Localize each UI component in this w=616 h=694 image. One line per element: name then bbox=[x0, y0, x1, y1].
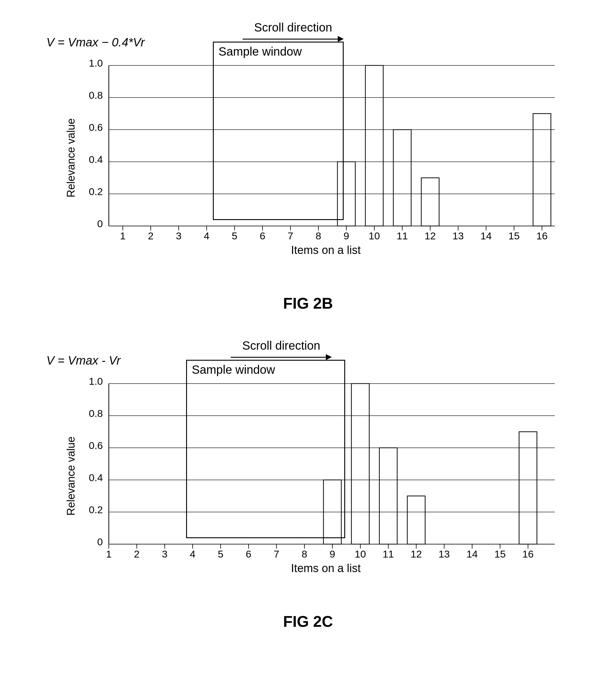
svg-text:16: 16 bbox=[536, 230, 548, 241]
svg-rect-46 bbox=[366, 66, 383, 226]
scroll-label-2c: Scroll direction bbox=[242, 339, 320, 352]
svg-text:8: 8 bbox=[316, 230, 321, 241]
svg-rect-47 bbox=[393, 130, 411, 226]
scroll-direction-2b: Scroll direction bbox=[243, 21, 344, 42]
svg-text:10: 10 bbox=[355, 548, 366, 560]
svg-text:13: 13 bbox=[438, 548, 450, 560]
svg-text:12: 12 bbox=[411, 548, 422, 560]
figure-2b: V = Vmax − 0.4*Vr Relevance value Scroll… bbox=[18, 12, 598, 312]
y-axis-label-2c: Relevance value bbox=[65, 437, 77, 516]
svg-text:15: 15 bbox=[508, 230, 520, 241]
scroll-direction-2c: Scroll direction bbox=[231, 339, 332, 360]
svg-text:11: 11 bbox=[382, 548, 394, 560]
scroll-arrow-2c bbox=[231, 354, 332, 360]
svg-text:4: 4 bbox=[190, 548, 195, 560]
svg-text:6: 6 bbox=[260, 230, 265, 241]
svg-rect-99 bbox=[519, 432, 537, 544]
svg-text:15: 15 bbox=[494, 548, 506, 560]
svg-text:1: 1 bbox=[120, 230, 126, 241]
svg-text:13: 13 bbox=[452, 230, 464, 241]
scroll-label-2b: Scroll direction bbox=[254, 21, 332, 34]
svg-text:0.4: 0.4 bbox=[89, 472, 103, 483]
svg-text:11: 11 bbox=[397, 230, 408, 241]
svg-text:7: 7 bbox=[288, 230, 294, 241]
y-axis-label-2b: Relevance value bbox=[65, 118, 77, 197]
svg-text:12: 12 bbox=[425, 230, 436, 241]
figure-label-2c: FIG 2C bbox=[283, 613, 333, 631]
svg-text:0.6: 0.6 bbox=[89, 122, 103, 133]
svg-text:6: 6 bbox=[246, 548, 251, 560]
svg-text:1.0: 1.0 bbox=[89, 376, 103, 387]
svg-text:4: 4 bbox=[204, 230, 210, 241]
svg-text:8: 8 bbox=[302, 548, 307, 560]
figure-2c: V = Vmax - Vr Relevance value Scroll dir… bbox=[18, 330, 598, 631]
chart-area-2c: V = Vmax - Vr Relevance value Scroll dir… bbox=[40, 336, 576, 604]
svg-rect-48 bbox=[421, 178, 439, 226]
svg-text:2: 2 bbox=[134, 548, 140, 560]
svg-text:3: 3 bbox=[162, 548, 168, 560]
svg-text:5: 5 bbox=[218, 548, 224, 560]
svg-text:16: 16 bbox=[522, 548, 534, 560]
svg-text:14: 14 bbox=[466, 548, 478, 560]
chart-svg-2c: 0 0.2 0.4 0.6 0.8 1.0 1 2 3 4 5 6 7 8 9 … bbox=[85, 360, 567, 568]
svg-text:0: 0 bbox=[97, 218, 103, 229]
svg-text:9: 9 bbox=[330, 548, 335, 560]
svg-text:7: 7 bbox=[274, 548, 279, 560]
svg-rect-97 bbox=[379, 448, 397, 544]
svg-text:9: 9 bbox=[344, 230, 349, 241]
svg-text:0.8: 0.8 bbox=[89, 90, 103, 101]
svg-text:5: 5 bbox=[232, 230, 238, 241]
svg-text:3: 3 bbox=[176, 230, 182, 241]
svg-rect-49 bbox=[533, 114, 551, 226]
svg-text:0.4: 0.4 bbox=[89, 154, 103, 165]
svg-text:0.2: 0.2 bbox=[89, 504, 103, 515]
chart-area-2b: V = Vmax − 0.4*Vr Relevance value Scroll… bbox=[40, 18, 576, 286]
svg-text:0.8: 0.8 bbox=[89, 408, 103, 419]
scroll-arrow-2b bbox=[243, 36, 344, 42]
chart-svg-2b: 0 0.2 0.4 0.6 0.8 1.0 1 2 3 4 5 6 7 8 9 … bbox=[85, 42, 567, 250]
svg-text:10: 10 bbox=[369, 230, 380, 241]
x-axis-label-2b: Items on a list bbox=[85, 244, 567, 257]
svg-rect-98 bbox=[407, 496, 425, 544]
svg-text:0: 0 bbox=[97, 536, 103, 547]
svg-rect-96 bbox=[351, 384, 369, 544]
svg-text:0.2: 0.2 bbox=[89, 186, 103, 197]
svg-text:14: 14 bbox=[481, 230, 492, 241]
svg-text:0.6: 0.6 bbox=[89, 440, 103, 451]
svg-text:1: 1 bbox=[106, 548, 112, 560]
svg-text:2: 2 bbox=[148, 230, 154, 241]
x-axis-label-2c: Items on a list bbox=[85, 562, 567, 575]
figure-label-2b: FIG 2B bbox=[283, 294, 333, 312]
svg-text:1.0: 1.0 bbox=[89, 57, 103, 69]
